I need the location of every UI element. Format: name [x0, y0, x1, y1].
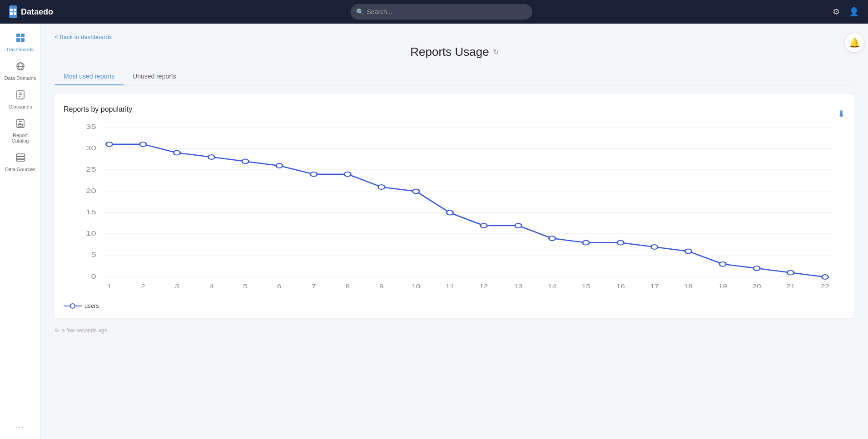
- svg-point-44: [311, 172, 317, 177]
- bell-button[interactable]: 🔔: [844, 33, 864, 53]
- topbar: Dataedo 🔍 ⚙ 👤: [0, 0, 868, 24]
- svg-text:20: 20: [86, 187, 96, 194]
- svg-point-39: [140, 142, 146, 147]
- svg-rect-2: [10, 12, 13, 15]
- svg-point-49: [481, 223, 487, 228]
- svg-point-43: [276, 163, 283, 168]
- page-title: Reports Usage: [410, 45, 489, 59]
- tab-bar: Most used reports Unused reports: [55, 68, 854, 85]
- sidebar-item-glossaries[interactable]: Glossaries: [0, 85, 40, 114]
- sidebar-more[interactable]: ...: [11, 417, 29, 434]
- svg-text:15: 15: [582, 283, 590, 289]
- svg-text:15: 15: [86, 208, 96, 216]
- svg-text:30: 30: [86, 144, 96, 152]
- logo-icon: [9, 5, 17, 18]
- svg-text:2: 2: [141, 283, 145, 289]
- svg-text:8: 8: [346, 283, 350, 289]
- search-input[interactable]: [351, 4, 532, 20]
- svg-rect-0: [10, 9, 13, 11]
- svg-text:6: 6: [277, 283, 282, 289]
- glossaries-icon: [15, 90, 25, 102]
- svg-rect-18: [18, 124, 23, 126]
- svg-text:14: 14: [548, 283, 556, 289]
- svg-text:19: 19: [719, 283, 727, 289]
- svg-point-56: [719, 262, 726, 266]
- svg-text:10: 10: [412, 283, 420, 289]
- svg-point-45: [344, 172, 351, 177]
- sidebar-label-report-catalog: Report Catalog: [4, 133, 37, 143]
- sidebar-label-glossaries: Glossaries: [9, 104, 32, 109]
- sidebar-item-data-sources[interactable]: Data Sources: [0, 148, 40, 177]
- svg-text:18: 18: [684, 283, 693, 289]
- main-content: < Back to dashboards Reports Usage ↻ Mos…: [41, 24, 868, 439]
- svg-text:21: 21: [786, 283, 795, 289]
- svg-text:1: 1: [107, 283, 112, 289]
- svg-text:25: 25: [86, 166, 96, 173]
- settings-icon[interactable]: ⚙: [833, 7, 840, 17]
- svg-point-46: [378, 185, 385, 189]
- search-bar[interactable]: 🔍: [50, 4, 833, 20]
- svg-point-50: [515, 223, 521, 228]
- sidebar-label-data-sources: Data Sources: [5, 167, 35, 172]
- svg-rect-19: [16, 154, 25, 156]
- timestamp-row: ↻ a few seconds ago: [55, 327, 854, 334]
- report-catalog-icon: [15, 118, 25, 131]
- back-link[interactable]: < Back to dashboards: [55, 34, 112, 40]
- sidebar: Dashboards Data Domains Glossaries: [0, 24, 41, 439]
- svg-point-59: [822, 275, 828, 279]
- svg-point-47: [413, 189, 419, 193]
- sidebar-item-report-catalog[interactable]: Report Catalog: [0, 114, 40, 148]
- sidebar-label-dashboards: Dashboards: [7, 47, 34, 52]
- svg-rect-3: [14, 12, 16, 15]
- svg-text:10: 10: [86, 230, 96, 237]
- data-sources-icon: [15, 153, 25, 165]
- sidebar-label-data-domains: Data Domains: [5, 75, 36, 81]
- search-icon: 🔍: [356, 8, 364, 15]
- download-button[interactable]: ⬇: [838, 109, 845, 119]
- data-domains-icon: [15, 61, 25, 74]
- bell-panel: 🔔: [841, 24, 868, 53]
- sidebar-item-dashboards[interactable]: Dashboards: [0, 28, 40, 57]
- svg-text:20: 20: [752, 283, 761, 289]
- svg-text:9: 9: [379, 283, 384, 289]
- svg-text:22: 22: [821, 283, 829, 289]
- svg-text:4: 4: [209, 283, 214, 289]
- page-title-row: Reports Usage ↻: [55, 45, 854, 59]
- logo-text: Dataedo: [21, 7, 53, 17]
- svg-point-58: [787, 271, 794, 275]
- refresh-icon[interactable]: ↻: [493, 48, 499, 56]
- svg-point-42: [242, 159, 248, 163]
- logo: Dataedo: [9, 5, 50, 18]
- svg-point-83: [70, 304, 75, 308]
- svg-text:7: 7: [312, 283, 316, 289]
- tab-most-used[interactable]: Most used reports: [55, 68, 124, 85]
- svg-rect-20: [16, 157, 25, 159]
- svg-point-55: [685, 249, 691, 253]
- topbar-actions: ⚙ 👤: [833, 7, 859, 17]
- svg-point-52: [583, 241, 589, 245]
- svg-point-41: [208, 155, 214, 159]
- chart-title: Reports by popularity: [64, 105, 132, 113]
- tab-unused[interactable]: Unused reports: [124, 68, 185, 85]
- timestamp-icon: ↻: [55, 327, 59, 334]
- user-icon[interactable]: 👤: [849, 7, 859, 17]
- svg-rect-1: [14, 9, 16, 11]
- svg-text:5: 5: [243, 283, 248, 289]
- svg-text:11: 11: [446, 283, 454, 289]
- svg-rect-21: [16, 159, 25, 161]
- svg-text:3: 3: [175, 283, 179, 289]
- sidebar-item-data-domains[interactable]: Data Domains: [0, 57, 40, 85]
- svg-point-40: [174, 151, 180, 155]
- svg-text:13: 13: [514, 283, 522, 289]
- svg-text:17: 17: [650, 283, 659, 289]
- svg-text:35: 35: [86, 123, 96, 130]
- svg-point-38: [106, 142, 112, 147]
- svg-point-48: [446, 211, 453, 215]
- legend-label: users: [84, 302, 99, 309]
- dashboards-icon: [15, 33, 25, 45]
- svg-point-51: [549, 236, 555, 241]
- svg-rect-4: [16, 34, 20, 37]
- chart-container: Reports by popularity ⬇ 35 30 25 20: [55, 94, 854, 318]
- chart-legend: users: [64, 302, 845, 309]
- svg-point-54: [651, 245, 658, 249]
